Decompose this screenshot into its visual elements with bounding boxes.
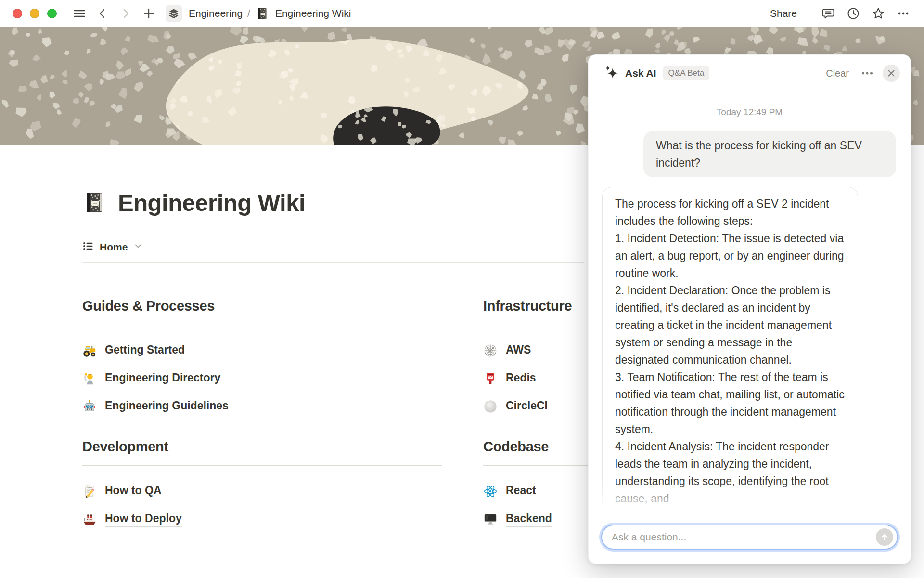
window-close-button[interactable] <box>13 9 22 18</box>
forward-icon[interactable] <box>117 5 134 22</box>
notebook-icon <box>255 5 270 22</box>
history-clock-icon[interactable] <box>845 5 861 22</box>
ask-ai-footer <box>589 525 911 564</box>
page-icon-notebook[interactable] <box>82 191 105 214</box>
page-link[interactable]: AWS <box>506 343 531 358</box>
breadcrumb-current[interactable]: Engineering Wiki <box>275 8 351 19</box>
sparkle-icon <box>603 64 619 82</box>
section-guides-processes: Guides & Processes Getting Started <box>82 298 442 420</box>
section-heading: Development <box>82 439 442 455</box>
view-label: Home <box>100 241 128 253</box>
breadcrumb-separator: / <box>247 8 250 19</box>
postbox-icon <box>483 371 498 386</box>
page-link[interactable]: React <box>506 484 536 499</box>
page-link[interactable]: How to QA <box>105 484 162 499</box>
chat-date-header: Today 12:49 PM <box>602 107 897 118</box>
back-icon[interactable] <box>94 5 111 22</box>
divider <box>82 465 442 466</box>
comment-icon[interactable] <box>820 5 836 22</box>
question-input[interactable] <box>612 531 876 543</box>
section-heading: Guides & Processes <box>82 298 442 314</box>
page-link[interactable]: How to Deploy <box>105 512 182 527</box>
divider <box>82 325 442 325</box>
layers-icon[interactable] <box>166 5 182 22</box>
ai-answer-bubble: The process for kicking off a SEV 2 inci… <box>602 187 858 515</box>
page-link[interactable]: Engineering Directory <box>105 371 220 386</box>
section-development: Development How to QA <box>82 439 442 533</box>
list-view-icon <box>82 240 94 254</box>
page-link[interactable]: CircleCI <box>506 399 548 414</box>
qa-beta-badge: Q&A Beta <box>663 66 710 80</box>
notion-window: Engineering / Engineering Wiki Share <box>0 0 924 578</box>
ship-icon <box>82 512 97 526</box>
desktop-computer-icon <box>483 512 498 526</box>
robot-icon <box>82 399 97 414</box>
titlebar: Engineering / Engineering Wiki Share <box>0 0 924 27</box>
chat-transcript[interactable]: Today 12:49 PM What is the process for k… <box>589 92 911 519</box>
ask-ai-title: Ask AI <box>625 67 656 79</box>
window-minimize-button[interactable] <box>30 9 39 18</box>
react-atom-icon <box>483 484 498 499</box>
list-item[interactable]: Engineering Guidelines <box>82 393 442 420</box>
page-link[interactable]: Getting Started <box>105 343 185 358</box>
more-options-icon[interactable] <box>895 5 911 22</box>
page-link[interactable]: Engineering Guidelines <box>105 399 229 414</box>
user-question-bubble: What is the process for kicking off an S… <box>643 131 896 177</box>
share-button[interactable]: Share <box>770 8 797 19</box>
memo-pencil-icon <box>82 484 97 499</box>
list-item[interactable]: How to Deploy <box>82 505 442 533</box>
ask-ai-panel: Ask AI Q&A Beta Clear Today 12:49 PM Wha… <box>588 54 911 564</box>
close-icon[interactable] <box>883 65 900 82</box>
page-link[interactable]: Backend <box>506 512 552 527</box>
list-item[interactable]: How to QA <box>82 477 442 505</box>
clear-button[interactable]: Clear <box>826 68 849 79</box>
gray-circle-icon <box>483 399 498 414</box>
page-link[interactable]: Redis <box>506 371 536 386</box>
window-zoom-button[interactable] <box>47 9 57 18</box>
question-input-pill <box>601 525 898 550</box>
send-button[interactable] <box>876 528 893 546</box>
list-item[interactable]: Getting Started <box>82 337 442 365</box>
person-raising-hand-icon <box>82 371 97 386</box>
ask-ai-header: Ask AI Q&A Beta Clear <box>589 55 911 92</box>
chevron-down-icon <box>133 241 143 253</box>
list-item[interactable]: Engineering Directory <box>82 365 442 393</box>
divider <box>82 262 584 263</box>
breadcrumb-parent[interactable]: Engineering <box>189 8 243 19</box>
page-title: Engineering Wiki <box>118 189 305 216</box>
spider-web-icon <box>483 343 498 358</box>
more-options-icon[interactable] <box>860 66 874 80</box>
new-page-icon[interactable] <box>141 5 157 22</box>
hamburger-icon[interactable] <box>71 5 88 22</box>
tractor-icon <box>82 343 97 358</box>
favorite-star-icon[interactable] <box>870 5 886 22</box>
